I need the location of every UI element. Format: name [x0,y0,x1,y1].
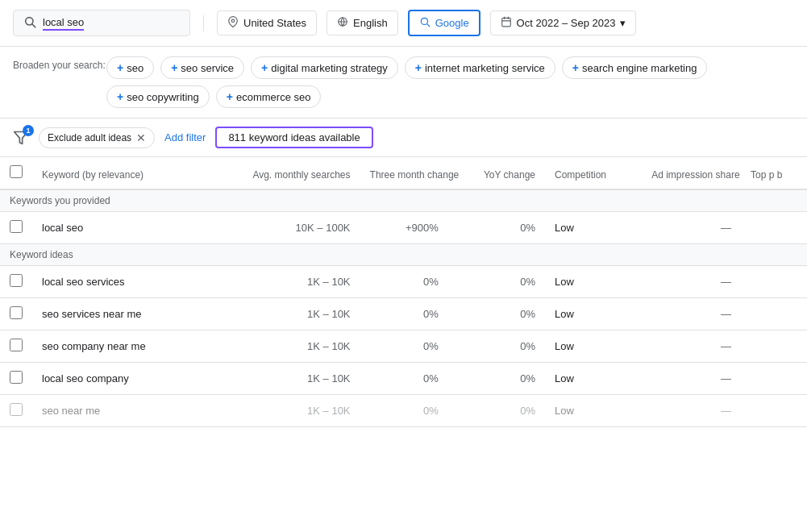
table-section-row: Keywords you provided [0,189,807,212]
exclude-adult-pill[interactable]: Exclude adult ideas ✕ [39,127,155,148]
section-label: Keywords you provided [0,189,807,212]
row-checkbox[interactable] [10,371,23,384]
top-p-cell [741,395,807,427]
add-filter-button[interactable]: Add filter [164,131,206,143]
ad-impression-cell: — [642,266,741,298]
chip-label: seo copywriting [127,91,199,103]
table-row: local seo services 1K – 10K 0% 0% Low — [0,266,807,298]
chip-search-engine[interactable]: + search engine marketing [562,56,708,79]
header-keyword[interactable]: Keyword (by relevance) [32,157,200,189]
filter-icon-button[interactable]: 1 [13,130,29,146]
svg-point-2 [231,19,235,23]
row-checkbox-cell[interactable] [0,395,32,427]
select-all-checkbox[interactable] [10,165,23,178]
chip-seo[interactable]: + seo [106,56,154,79]
chip-ecommerce-seo[interactable]: + ecommerce seo [216,85,322,108]
header-checkbox-cell[interactable] [0,157,32,189]
svg-rect-6 [501,18,510,26]
row-checkbox-cell[interactable] [0,266,32,298]
top-p-cell [741,212,807,244]
three-month-cell: 0% [360,363,448,395]
table-header-row: Keyword (by relevance) Avg. monthly sear… [0,157,807,189]
close-icon[interactable]: ✕ [136,131,146,144]
svg-line-5 [426,24,429,27]
engine-label: Google [435,17,469,29]
row-checkbox[interactable] [10,403,23,416]
row-checkbox-cell[interactable] [0,363,32,395]
chip-seo-copywriting[interactable]: + seo copywriting [106,85,210,108]
chip-seo-service[interactable]: + seo service [160,56,244,79]
filter-badge: 1 [23,125,34,136]
table-row: seo services near me 1K – 10K 0% 0% Low … [0,298,807,330]
language-filter[interactable]: English [327,10,398,35]
language-icon [337,16,348,30]
engine-filter[interactable]: Google [408,10,480,36]
search-box[interactable]: local seo [13,10,190,36]
three-month-cell: +900% [360,212,448,244]
top-p-cell [741,298,807,330]
header-three-month[interactable]: Three month change [360,157,448,189]
ad-impression-cell: — [642,363,741,395]
language-label: English [353,17,388,29]
ad-impression-cell: — [642,298,741,330]
exclude-label: Exclude adult ideas [48,132,131,143]
chip-plus: + [227,90,233,103]
row-checkbox-cell[interactable] [0,298,32,330]
row-checkbox[interactable] [10,274,23,287]
header-top-p[interactable]: Top p b [741,157,807,189]
yoy-cell: 0% [448,266,545,298]
date-range-label: Oct 2022 – Sep 2023 [517,17,616,29]
location-filter[interactable]: United States [217,10,317,35]
broaden-bar: Broaden your search: + seo + seo service… [0,47,807,118]
location-label: United States [243,17,306,29]
keyword-cell: seo services near me [32,298,200,330]
ad-impression-cell: — [642,395,741,427]
three-month-cell: 0% [360,298,448,330]
chip-digital-marketing[interactable]: + digital marketing strategy [251,56,398,79]
chip-plus: + [415,61,422,74]
divider [203,15,204,31]
row-checkbox[interactable] [10,306,23,319]
keyword-count-badge: 811 keyword ideas available [215,127,372,148]
chip-plus: + [572,61,579,74]
keyword-cell: local seo services [32,266,200,298]
yoy-cell: 0% [448,395,545,427]
top-p-cell [741,330,807,363]
ad-impression-cell: — [642,330,741,363]
three-month-cell: 0% [360,395,448,427]
avg-monthly-cell: 1K – 10K [200,266,360,298]
yoy-cell: 0% [448,212,545,244]
avg-monthly-cell: 1K – 10K [200,363,360,395]
avg-monthly-cell: 1K – 10K [200,298,360,330]
three-month-cell: 0% [360,330,448,363]
chip-plus: + [171,61,177,74]
keyword-cell: seo company near me [32,330,200,363]
chip-internet-marketing[interactable]: + internet marketing service [405,56,555,79]
svg-line-1 [32,24,35,27]
chip-label: digital marketing strategy [271,62,388,74]
chip-label: search engine marketing [582,62,697,74]
row-checkbox[interactable] [10,220,23,233]
header-ad-impression[interactable]: Ad impression share [642,157,741,189]
table-section-row: Keyword ideas [0,244,807,266]
chip-label: internet marketing service [425,62,545,74]
competition-cell: Low [545,363,642,395]
dropdown-arrow: ▾ [620,17,626,29]
header-competition[interactable]: Competition [545,157,642,189]
yoy-cell: 0% [448,298,545,330]
row-checkbox-cell[interactable] [0,330,32,363]
date-filter[interactable]: Oct 2022 – Sep 2023 ▾ [490,10,637,35]
chip-plus: + [117,90,123,103]
competition-cell: Low [545,330,642,363]
top-p-cell [741,266,807,298]
search-icon [23,15,36,31]
header-avg-monthly[interactable]: Avg. monthly searches [200,157,360,189]
chip-label: seo [127,62,144,74]
table-body: Keywords you provided local seo 10K – 10… [0,189,807,427]
header-yoy[interactable]: YoY change [448,157,545,189]
keyword-table: Keyword (by relevance) Avg. monthly sear… [0,157,807,427]
section-label: Keyword ideas [0,244,807,266]
table-row: seo company near me 1K – 10K 0% 0% Low — [0,330,807,363]
row-checkbox[interactable] [10,339,23,351]
row-checkbox-cell[interactable] [0,212,32,244]
